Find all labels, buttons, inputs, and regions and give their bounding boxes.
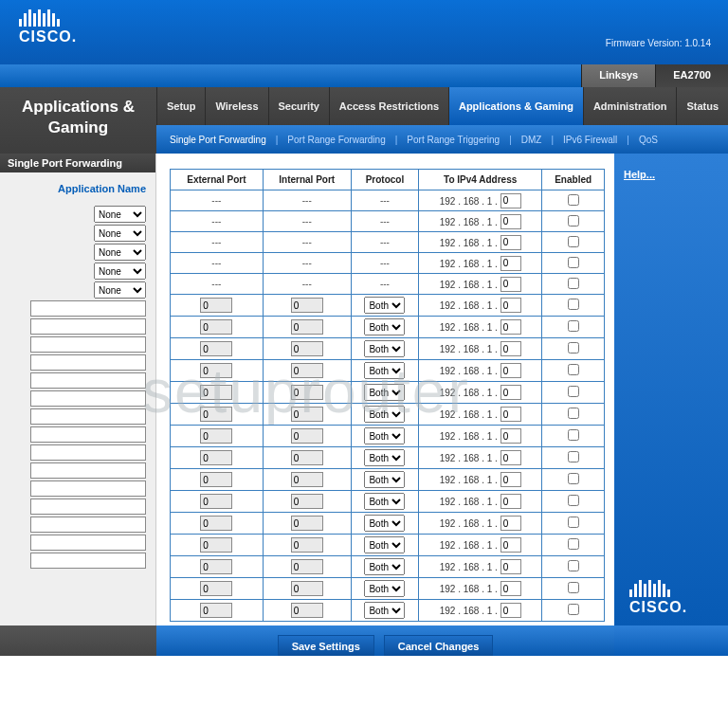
ip-last-octet-input[interactable] <box>500 428 521 444</box>
enabled-checkbox[interactable] <box>568 364 579 375</box>
external-port-input[interactable] <box>200 385 232 400</box>
internal-port-input[interactable] <box>291 559 323 574</box>
tab-administration[interactable]: Administration <box>583 87 677 125</box>
protocol-select[interactable]: Both <box>364 493 405 510</box>
enabled-checkbox[interactable] <box>568 215 579 227</box>
subnav-ipv6-firewall[interactable]: IPv6 Firewall <box>557 135 623 145</box>
enabled-checkbox[interactable] <box>568 257 579 268</box>
app-name-input-13[interactable] <box>30 535 146 551</box>
enabled-checkbox[interactable] <box>568 408 579 419</box>
enabled-checkbox[interactable] <box>568 517 579 528</box>
external-port-input[interactable] <box>200 472 232 487</box>
enabled-checkbox[interactable] <box>568 320 579 332</box>
app-preset-select-2[interactable]: None <box>94 244 146 261</box>
ip-last-octet-input[interactable] <box>500 385 521 400</box>
ip-last-octet-input[interactable] <box>500 559 521 574</box>
internal-port-input[interactable] <box>291 319 323 335</box>
enabled-checkbox[interactable] <box>568 429 579 441</box>
enabled-checkbox[interactable] <box>568 604 579 615</box>
internal-port-input[interactable] <box>291 428 323 444</box>
app-name-input-0[interactable] <box>30 300 146 317</box>
ip-last-octet-input[interactable] <box>500 256 521 271</box>
ip-last-octet-input[interactable] <box>500 193 521 208</box>
internal-port-input[interactable] <box>291 516 323 531</box>
protocol-select[interactable]: Both <box>364 449 405 466</box>
enabled-checkbox[interactable] <box>568 278 579 289</box>
subnav-port-range-forwarding[interactable]: Port Range Forwarding <box>282 135 391 145</box>
ip-last-octet-input[interactable] <box>500 537 521 553</box>
protocol-select[interactable]: Both <box>364 340 405 357</box>
enabled-checkbox[interactable] <box>568 451 579 462</box>
internal-port-input[interactable] <box>291 385 323 400</box>
tab-status[interactable]: Status <box>676 87 728 125</box>
subnav-qos[interactable]: QoS <box>633 135 664 145</box>
tab-access-restrictions[interactable]: Access Restrictions <box>329 87 448 125</box>
external-port-input[interactable] <box>200 559 232 574</box>
ip-last-octet-input[interactable] <box>500 277 521 292</box>
protocol-select[interactable]: Both <box>364 536 405 553</box>
tab-wireless[interactable]: Wireless <box>205 87 267 125</box>
ip-last-octet-input[interactable] <box>500 603 521 618</box>
save-settings-button[interactable]: Save Settings <box>278 635 374 656</box>
protocol-select[interactable]: Both <box>364 318 405 335</box>
internal-port-input[interactable] <box>291 581 323 596</box>
ip-last-octet-input[interactable] <box>500 494 521 509</box>
app-name-input-3[interactable] <box>30 354 146 371</box>
enabled-checkbox[interactable] <box>568 495 579 506</box>
internal-port-input[interactable] <box>291 603 323 618</box>
app-name-input-11[interactable] <box>30 499 146 515</box>
subnav-dmz[interactable]: DMZ <box>516 135 548 145</box>
ip-last-octet-input[interactable] <box>500 341 521 356</box>
tab-security[interactable]: Security <box>268 87 329 125</box>
external-port-input[interactable] <box>200 428 232 444</box>
ip-last-octet-input[interactable] <box>500 235 521 250</box>
protocol-select[interactable]: Both <box>364 471 405 488</box>
enabled-checkbox[interactable] <box>568 194 579 206</box>
protocol-select[interactable]: Both <box>364 558 405 575</box>
external-port-input[interactable] <box>200 494 232 509</box>
external-port-input[interactable] <box>200 516 232 531</box>
app-preset-select-3[interactable]: None <box>94 263 146 280</box>
external-port-input[interactable] <box>200 319 232 335</box>
protocol-select[interactable]: Both <box>364 580 405 597</box>
enabled-checkbox[interactable] <box>568 473 579 484</box>
external-port-input[interactable] <box>200 603 232 618</box>
external-port-input[interactable] <box>200 537 232 553</box>
app-name-input-9[interactable] <box>30 462 146 479</box>
app-preset-select-0[interactable]: None <box>94 206 146 223</box>
internal-port-input[interactable] <box>291 537 323 553</box>
protocol-select[interactable]: Both <box>364 427 405 444</box>
tab-applications-gaming[interactable]: Applications & Gaming <box>448 87 583 125</box>
enabled-checkbox[interactable] <box>568 560 579 571</box>
internal-port-input[interactable] <box>291 363 323 378</box>
protocol-select[interactable]: Both <box>364 362 405 379</box>
app-name-input-7[interactable] <box>30 426 146 443</box>
external-port-input[interactable] <box>200 581 232 596</box>
internal-port-input[interactable] <box>291 494 323 509</box>
protocol-select[interactable]: Both <box>364 297 405 314</box>
external-port-input[interactable] <box>200 407 232 422</box>
external-port-input[interactable] <box>200 363 232 378</box>
help-link[interactable]: Help... <box>624 169 655 180</box>
app-preset-select-4[interactable]: None <box>94 281 146 299</box>
ip-last-octet-input[interactable] <box>500 472 521 487</box>
app-name-input-5[interactable] <box>30 390 146 407</box>
app-name-input-8[interactable] <box>30 444 146 461</box>
external-port-input[interactable] <box>200 341 232 356</box>
ip-last-octet-input[interactable] <box>500 214 521 229</box>
ip-last-octet-input[interactable] <box>500 319 521 335</box>
protocol-select[interactable]: Both <box>364 384 405 401</box>
internal-port-input[interactable] <box>291 298 323 313</box>
enabled-checkbox[interactable] <box>568 299 579 310</box>
cancel-changes-button[interactable]: Cancel Changes <box>384 635 494 656</box>
app-name-input-4[interactable] <box>30 372 146 389</box>
external-port-input[interactable] <box>200 298 232 313</box>
enabled-checkbox[interactable] <box>568 386 579 397</box>
internal-port-input[interactable] <box>291 472 323 487</box>
internal-port-input[interactable] <box>291 341 323 356</box>
ip-last-octet-input[interactable] <box>500 581 521 596</box>
protocol-select[interactable]: Both <box>364 406 405 423</box>
ip-last-octet-input[interactable] <box>500 450 521 465</box>
subnav-port-range-triggering[interactable]: Port Range Triggering <box>401 135 505 145</box>
enabled-checkbox[interactable] <box>568 538 579 550</box>
